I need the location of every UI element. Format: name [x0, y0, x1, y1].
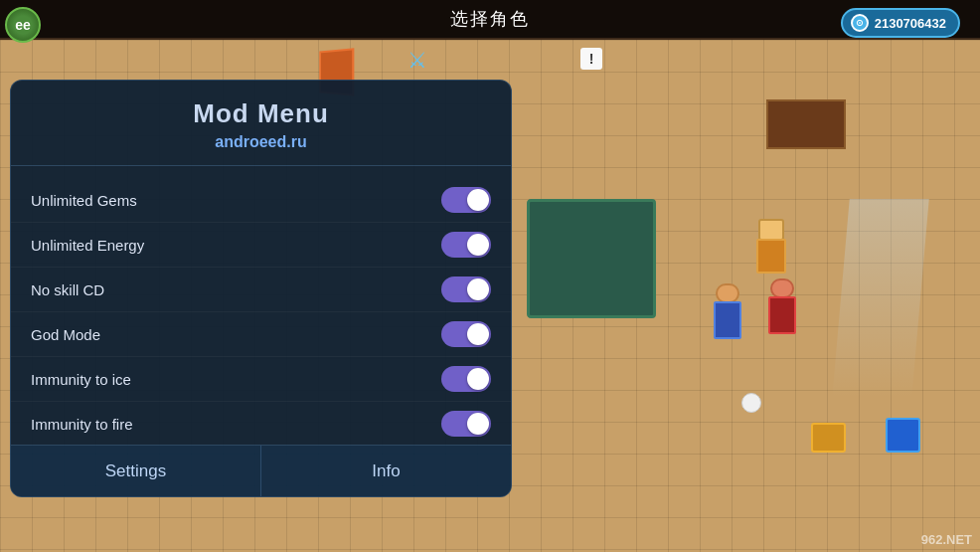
- mod-item-label: No skill CD: [31, 281, 104, 298]
- mod-menu-footer: Settings Info: [11, 445, 511, 496]
- mod-item[interactable]: God Mode: [11, 312, 511, 357]
- toggle-switch[interactable]: [441, 232, 491, 258]
- watermark: 962.NET: [921, 532, 972, 547]
- mod-item-label: Immunity to ice: [31, 371, 131, 388]
- mod-item[interactable]: Unlimited Energy: [11, 223, 511, 268]
- toggle-switch[interactable]: [441, 321, 491, 347]
- page-title: 选择角色: [450, 7, 530, 31]
- mod-item-label: Unlimited Energy: [31, 237, 144, 254]
- wing-icon: ⚔: [398, 48, 437, 73]
- toggle-thumb: [467, 234, 489, 256]
- mod-menu-header: Mod Menu androeed.ru: [11, 81, 511, 157]
- toggle-switch[interactable]: [441, 366, 491, 392]
- bottom-item: [811, 423, 846, 453]
- mod-item-label: Immunity to fire: [31, 416, 133, 433]
- toggle-thumb: [467, 413, 489, 435]
- toggle-switch[interactable]: [441, 187, 491, 213]
- top-bar: 选择角色: [0, 0, 980, 38]
- ee-logo: ee: [5, 5, 65, 45]
- game-table: [766, 99, 846, 149]
- mod-item-label: Unlimited Gems: [31, 192, 137, 209]
- toggle-thumb: [467, 278, 489, 300]
- mod-item[interactable]: Immunity to fire: [11, 402, 511, 445]
- mod-item-label: God Mode: [31, 326, 100, 343]
- blue-chest: [886, 418, 920, 453]
- mod-menu-title: Mod Menu: [31, 98, 491, 129]
- toggle-thumb: [467, 323, 489, 345]
- info-button[interactable]: Info: [261, 446, 511, 496]
- mod-menu-list[interactable]: Unlimited GemsUnlimited EnergyNo skill C…: [11, 174, 511, 445]
- mod-item[interactable]: Unlimited Gems: [11, 178, 511, 223]
- toggle-switch[interactable]: [441, 276, 491, 302]
- small-animal: [741, 393, 761, 413]
- mod-menu-divider: [11, 165, 511, 166]
- currency-amount: 2130706432: [875, 16, 946, 31]
- mod-item[interactable]: Immunity to ice: [11, 357, 511, 402]
- exclamation-badge: !: [580, 48, 602, 70]
- toggle-thumb: [467, 368, 489, 390]
- toggle-thumb: [467, 189, 489, 211]
- mod-item[interactable]: No skill CD: [11, 268, 511, 312]
- ee-logo-circle: ee: [5, 7, 41, 43]
- settings-button[interactable]: Settings: [11, 446, 261, 496]
- currency-icon: ⊙: [851, 14, 869, 32]
- woman-character: [714, 283, 741, 339]
- miner-character: [756, 219, 786, 274]
- currency-badge: ⊙ 2130706432: [841, 8, 960, 38]
- mod-menu-subtitle: androeed.ru: [31, 133, 491, 151]
- mod-menu-panel: Mod Menu androeed.ru Unlimited GemsUnlim…: [10, 80, 512, 497]
- game-rug: [527, 199, 656, 318]
- red-character: [768, 278, 796, 334]
- toggle-switch[interactable]: [441, 411, 491, 437]
